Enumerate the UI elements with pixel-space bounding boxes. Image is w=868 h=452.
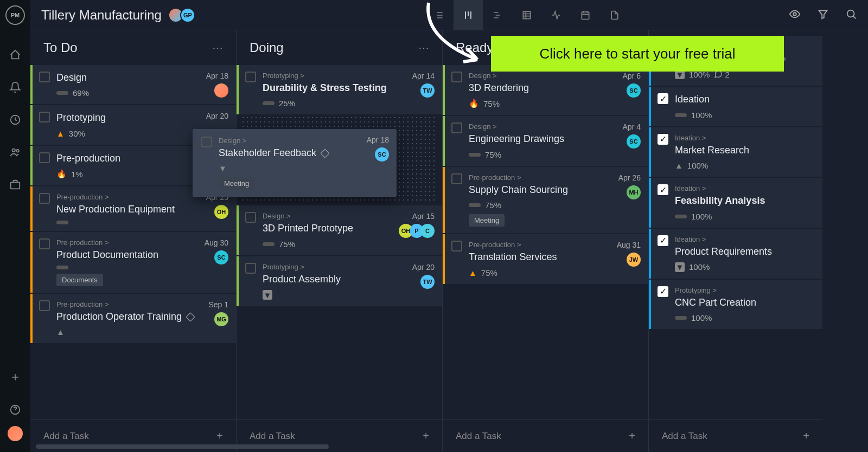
card-title: Product Assembly bbox=[263, 273, 341, 286]
eye-icon[interactable] bbox=[789, 8, 801, 22]
task-checkbox[interactable]: ✓ bbox=[658, 184, 668, 195]
view-sheet-icon[interactable] bbox=[512, 0, 541, 30]
assignee-avatar[interactable]: C bbox=[420, 224, 435, 238]
assignee-avatar[interactable]: SC bbox=[375, 147, 389, 162]
view-tabs bbox=[424, 0, 629, 30]
add-task-button[interactable]: Add a Task+ bbox=[649, 419, 822, 452]
add-icon[interactable] bbox=[9, 371, 22, 384]
task-checkbox[interactable] bbox=[451, 173, 462, 184]
filter-icon[interactable] bbox=[817, 8, 829, 22]
view-gantt-icon[interactable] bbox=[483, 0, 512, 30]
assignee-avatar[interactable]: SC bbox=[627, 83, 641, 98]
task-card[interactable]: Pre-production > Translation Services ▲ … bbox=[443, 234, 648, 283]
card-percent: 75% bbox=[485, 150, 501, 159]
home-icon[interactable] bbox=[9, 48, 22, 61]
svg-rect-6 bbox=[582, 12, 589, 19]
assignee-avatar[interactable]: JW bbox=[627, 253, 641, 267]
task-card[interactable]: ✓ Ideation > Feasibility Analysis 100% bbox=[649, 178, 822, 227]
search-icon[interactable] bbox=[845, 8, 857, 22]
card-breadcrumb: Ideation > bbox=[675, 235, 815, 243]
task-card[interactable]: ✓ Ideation 100% bbox=[649, 87, 822, 126]
task-checkbox[interactable] bbox=[39, 300, 50, 311]
svg-point-8 bbox=[847, 10, 854, 17]
card-tag: Documents bbox=[56, 274, 103, 286]
view-activity-icon[interactable] bbox=[541, 0, 571, 30]
assignee-avatar[interactable]: MH bbox=[627, 185, 641, 199]
briefcase-icon[interactable] bbox=[9, 178, 22, 191]
clock-icon[interactable] bbox=[9, 113, 22, 126]
help-icon[interactable] bbox=[9, 403, 22, 416]
card-date: Apr 14 bbox=[412, 72, 435, 80]
assignee-avatar[interactable]: OH bbox=[214, 205, 228, 219]
card-title: Market Research bbox=[675, 144, 749, 157]
dragging-card[interactable]: Design > Stakeholder Feedback ▼ Meeting … bbox=[193, 129, 397, 197]
task-checkbox[interactable] bbox=[451, 72, 462, 82]
task-card[interactable]: Pre-production > Supply Chain Sourcing 7… bbox=[443, 167, 648, 233]
view-list-icon[interactable] bbox=[424, 0, 454, 30]
task-checkbox[interactable] bbox=[201, 137, 212, 147]
task-checkbox[interactable] bbox=[451, 241, 462, 251]
task-card[interactable]: ✓ Ideation > Product Requirements ▼ 100% bbox=[649, 229, 822, 279]
task-checkbox[interactable] bbox=[39, 152, 50, 163]
priority-down-icon: ▼ bbox=[675, 262, 685, 272]
card-breadcrumb: Design > bbox=[469, 122, 641, 131]
task-card[interactable]: Pre-production > Production Operator Tra… bbox=[30, 294, 236, 343]
task-checkbox[interactable]: ✓ bbox=[658, 93, 668, 104]
task-checkbox[interactable] bbox=[245, 263, 256, 274]
task-checkbox[interactable] bbox=[245, 212, 256, 223]
task-checkbox[interactable] bbox=[451, 122, 462, 133]
people-icon[interactable] bbox=[9, 146, 22, 159]
task-checkbox[interactable]: ✓ bbox=[658, 134, 668, 145]
horizontal-scrollbar[interactable] bbox=[36, 444, 329, 449]
task-card[interactable]: Design > 3D Rendering 🔥 75% Apr 6SC bbox=[443, 65, 648, 115]
card-breadcrumb: Pre-production > bbox=[56, 300, 228, 308]
task-checkbox[interactable] bbox=[39, 238, 50, 249]
assignee-avatar[interactable]: SC bbox=[627, 134, 641, 148]
view-files-icon[interactable] bbox=[600, 0, 629, 30]
task-card[interactable]: Design 69% Apr 18 bbox=[30, 65, 236, 104]
card-date: Apr 20 bbox=[206, 112, 228, 120]
task-card[interactable]: ✓ Prototyping > CNC Part Creation 100% bbox=[649, 280, 822, 329]
card-percent: 100% bbox=[691, 111, 712, 120]
user-avatar[interactable] bbox=[8, 426, 23, 441]
column-menu-icon[interactable]: ⋯ bbox=[418, 41, 429, 54]
card-breadcrumb: Ideation > bbox=[675, 184, 815, 192]
task-checkbox[interactable] bbox=[39, 72, 50, 82]
task-card[interactable]: Design > Engineering Drawings 75% Apr 4S… bbox=[443, 116, 648, 165]
task-card[interactable]: ✓ Ideation > Market Research ▲ 100% bbox=[649, 127, 822, 177]
chevron-down-icon[interactable]: ▼ bbox=[219, 164, 227, 173]
assignee-avatar[interactable]: MG bbox=[214, 312, 228, 326]
assignee-avatar[interactable] bbox=[214, 83, 228, 98]
card-breadcrumb: Prototyping > bbox=[675, 286, 815, 294]
view-calendar-icon[interactable] bbox=[571, 0, 600, 30]
view-board-icon[interactable] bbox=[454, 0, 483, 30]
task-card[interactable]: Pre-production > Product Documentation D… bbox=[30, 232, 236, 293]
task-card[interactable]: Prototyping > Durability & Stress Testin… bbox=[237, 65, 442, 114]
assignee-avatar[interactable]: SC bbox=[214, 250, 228, 264]
task-checkbox[interactable]: ✓ bbox=[658, 235, 668, 246]
task-checkbox[interactable] bbox=[245, 72, 256, 82]
task-checkbox[interactable] bbox=[39, 193, 50, 204]
assignee-avatar[interactable]: TW bbox=[420, 275, 435, 289]
cta-banner[interactable]: Click here to start your free trial bbox=[491, 36, 784, 72]
task-checkbox[interactable]: ✓ bbox=[658, 286, 668, 297]
add-task-label: Add a Task bbox=[43, 431, 89, 442]
card-percent: 25% bbox=[279, 99, 295, 108]
card-date: Apr 18 bbox=[206, 72, 228, 80]
task-card[interactable]: Design > 3D Printed Prototype 75% Apr 15… bbox=[237, 205, 442, 255]
project-title: Tillery Manufacturing bbox=[41, 8, 162, 23]
svg-point-7 bbox=[793, 12, 796, 16]
card-percent: 100% bbox=[689, 262, 710, 272]
app-logo[interactable]: PM bbox=[5, 5, 25, 25]
task-card[interactable]: Prototyping > Product Assembly ▼ Apr 20T… bbox=[237, 256, 442, 306]
member-avatar[interactable]: GP bbox=[180, 8, 195, 23]
card-date: Aug 30 bbox=[205, 238, 228, 247]
column-menu-icon[interactable]: ⋯ bbox=[212, 41, 223, 54]
assignee-avatar[interactable]: TW bbox=[420, 83, 435, 98]
task-checkbox[interactable] bbox=[39, 112, 50, 122]
card-title: Engineering Drawings bbox=[469, 133, 564, 145]
add-task-button[interactable]: Add a Task+ bbox=[443, 419, 648, 452]
avatar-stack[interactable]: GP bbox=[171, 8, 195, 23]
bell-icon[interactable] bbox=[9, 81, 22, 94]
priority-up-icon: ▲ bbox=[469, 268, 477, 277]
